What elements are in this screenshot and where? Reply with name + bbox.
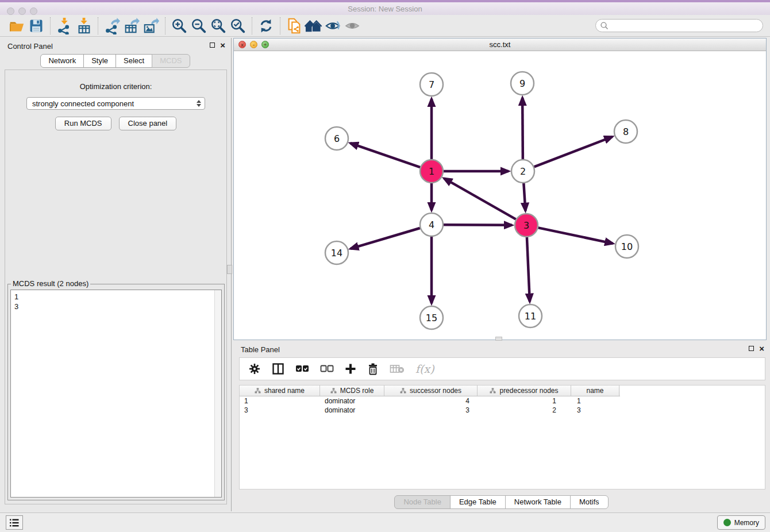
close-panel-button[interactable]: Close panel <box>119 117 177 130</box>
toolbar-separator <box>252 17 252 34</box>
graph-node-label: 10 <box>621 241 633 252</box>
network-window-title: scc.txt <box>490 40 511 49</box>
zoom-out-button[interactable] <box>189 17 209 35</box>
attribute-icon <box>330 388 337 394</box>
first-neighbors-button[interactable] <box>304 17 324 35</box>
hide-details-button[interactable] <box>324 17 343 35</box>
duplicate-network-button[interactable] <box>284 17 304 35</box>
mcds-panel: Optimization criterion: strongly connect… <box>5 70 227 504</box>
graph-edge-3-11[interactable] <box>527 237 530 302</box>
table-row[interactable]: 3 dominator 3 2 3 <box>240 406 620 415</box>
table-panel: Table Panel × <box>233 341 770 511</box>
tab-network-table[interactable]: Network Table <box>505 495 571 509</box>
open-folder-icon <box>8 17 25 34</box>
close-panel-icon[interactable]: × <box>759 345 764 352</box>
graph-edge-3-10[interactable] <box>538 228 613 243</box>
deselect-all-button[interactable] <box>320 365 334 373</box>
column-header-name[interactable]: name <box>571 385 619 396</box>
float-panel-icon[interactable] <box>210 43 215 48</box>
search-box[interactable] <box>595 19 763 32</box>
close-panel-icon[interactable]: × <box>220 42 225 48</box>
zoom-selected-button[interactable] <box>228 17 248 35</box>
tab-select[interactable]: Select <box>116 54 152 68</box>
import-table-icon <box>75 17 93 34</box>
app-maximize-icon[interactable] <box>30 7 37 15</box>
result-scrollbar[interactable] <box>214 290 221 497</box>
graph-edge-1-6[interactable] <box>351 143 421 167</box>
vertical-splitter-handle[interactable] <box>227 265 232 274</box>
zoom-fit-button[interactable] <box>209 17 228 35</box>
graph-node-label: 2 <box>520 166 526 177</box>
window-maximize-icon[interactable]: + <box>261 41 269 48</box>
run-mcds-button[interactable]: Run MCDS <box>55 117 111 130</box>
export-network-button[interactable] <box>102 17 122 35</box>
attribute-icon <box>490 388 496 394</box>
app-close-icon[interactable] <box>7 7 14 15</box>
column-header-successor-nodes[interactable]: successor nodes <box>384 385 478 396</box>
table-row[interactable]: 1 dominator 4 1 1 <box>240 396 620 406</box>
criterion-selected-value: strongly connected component <box>32 99 197 108</box>
save-session-button[interactable] <box>26 17 46 35</box>
tab-node-table[interactable]: Node Table <box>394 495 451 509</box>
mcds-result-groupbox: MCDS result (2 nodes) 1 3 <box>7 284 225 500</box>
task-history-button[interactable] <box>6 515 23 530</box>
show-column-button[interactable] <box>272 363 284 375</box>
select-spinner-icon <box>197 100 201 107</box>
houses-icon <box>305 17 323 34</box>
export-image-button[interactable] <box>141 17 161 35</box>
network-window-titlebar[interactable]: x - + scc.txt <box>234 38 766 51</box>
column-header-shared-name[interactable]: shared name <box>240 385 320 396</box>
zoom-in-button[interactable] <box>170 17 189 35</box>
refresh-button[interactable] <box>256 17 276 35</box>
graph-edge-2-8[interactable] <box>534 137 613 167</box>
tab-network[interactable]: Network <box>40 54 84 68</box>
graph-edge-2-9[interactable] <box>522 98 523 159</box>
app-title: Session: New Session <box>348 5 422 13</box>
window-close-icon[interactable]: x <box>238 41 246 48</box>
network-view-window: x - + scc.txt 7968124314101511 <box>233 38 767 340</box>
export-table-button[interactable] <box>122 17 141 35</box>
app-window-controls[interactable] <box>7 7 37 15</box>
duplicate-network-icon <box>286 17 303 34</box>
search-input[interactable] <box>609 22 763 30</box>
graph-edge-3-1[interactable] <box>444 178 516 219</box>
window-minimize-icon[interactable]: - <box>250 41 257 48</box>
import-network-button[interactable] <box>55 17 74 35</box>
tab-style[interactable]: Style <box>83 54 116 68</box>
create-column-button[interactable] <box>345 363 356 375</box>
trash-icon <box>367 363 379 375</box>
export-network-icon <box>103 17 121 34</box>
horizontal-splitter-handle[interactable] <box>495 337 502 341</box>
table-settings-button[interactable] <box>248 363 261 375</box>
graph-node-label: 1 <box>429 166 434 177</box>
tab-mcds[interactable]: MCDS <box>152 54 190 68</box>
plus-icon <box>345 363 356 375</box>
delete-column-button[interactable] <box>367 363 379 375</box>
refresh-icon <box>258 18 274 34</box>
open-session-button[interactable] <box>7 17 26 35</box>
network-graph[interactable]: 7968124314101511 <box>234 51 766 340</box>
graph-edge-2-3[interactable] <box>523 183 525 211</box>
select-all-button[interactable] <box>295 365 309 373</box>
search-icon <box>600 21 609 30</box>
mcds-result-title: MCDS result (2 nodes) <box>11 279 90 288</box>
import-table-button[interactable] <box>74 17 94 35</box>
status-bar: Memory <box>0 512 770 532</box>
graph-edge-4-3[interactable] <box>444 225 512 225</box>
criterion-select[interactable]: strongly connected component <box>26 97 205 110</box>
column-header-mcds-role[interactable]: MCDS role <box>320 385 384 396</box>
toolbar-separator <box>98 17 98 34</box>
tab-edge-table[interactable]: Edge Table <box>450 495 506 509</box>
column-header-predecessor-nodes[interactable]: predecessor nodes <box>478 385 571 396</box>
app-minimize-icon[interactable] <box>18 7 26 15</box>
mcds-result-textarea[interactable]: 1 3 <box>10 290 222 498</box>
attribute-icon <box>400 388 406 394</box>
tab-motifs[interactable]: Motifs <box>570 495 609 509</box>
memory-button[interactable]: Memory <box>717 515 765 530</box>
zoom-fit-icon <box>210 17 227 34</box>
show-details-button[interactable] <box>343 17 363 35</box>
graph-edge-4-14[interactable] <box>351 228 420 249</box>
float-panel-icon[interactable] <box>749 346 754 351</box>
graph-node-label: 15 <box>426 313 437 323</box>
app-titlebar: Session: New Session <box>0 0 770 15</box>
